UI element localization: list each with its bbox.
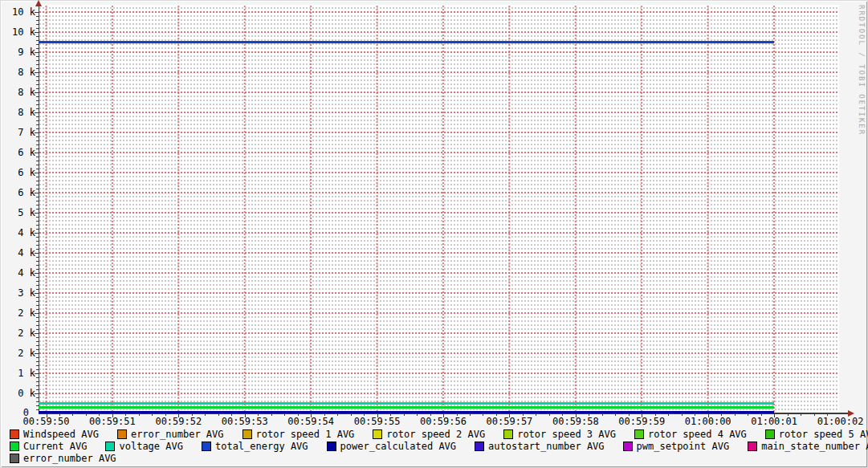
y-tick-mark xyxy=(36,24,39,25)
y-tick-mark xyxy=(36,297,39,298)
x-tick-mark xyxy=(721,413,722,416)
legend-item: autostart_number AVG xyxy=(475,441,605,452)
y-tick-mark xyxy=(36,389,39,390)
x-tick-label: 00:59:54 xyxy=(283,416,339,427)
y-tick-mark xyxy=(36,136,39,137)
y-tick-mark xyxy=(36,80,39,81)
legend-swatch xyxy=(623,442,633,451)
y-tick-mark xyxy=(36,60,39,61)
x-tick-mark xyxy=(589,413,589,416)
x-tick-mark xyxy=(112,413,113,417)
y-tick-mark xyxy=(36,329,39,330)
legend-swatch xyxy=(10,429,19,439)
rrdtool-watermark: RRDTOOL / TOBI OETIKER xyxy=(858,5,866,136)
y-tick-mark xyxy=(36,385,39,386)
x-tick-mark xyxy=(496,413,497,416)
y-axis-arrow-icon xyxy=(35,0,42,6)
y-tick-mark xyxy=(36,100,39,101)
y-tick-mark xyxy=(36,20,39,21)
plot-area xyxy=(39,5,839,413)
y-tick-label: 8 k xyxy=(0,87,35,98)
y-tick-mark xyxy=(36,325,39,326)
y-tick-mark xyxy=(36,229,39,230)
x-tick-mark xyxy=(682,413,683,416)
y-tick-mark xyxy=(36,68,39,69)
y-tick-label: 1 k xyxy=(0,368,35,379)
x-tick-label: 00:59:50 xyxy=(18,416,75,427)
y-tick-mark xyxy=(36,241,39,242)
x-tick-mark xyxy=(735,413,736,416)
y-tick-mark xyxy=(35,112,39,113)
x-tick-mark xyxy=(192,413,193,416)
y-tick-mark xyxy=(36,124,39,125)
y-tick-mark xyxy=(36,209,39,210)
y-tick-mark xyxy=(36,28,39,29)
x-tick-mark xyxy=(443,413,444,417)
legend-swatch xyxy=(373,429,382,439)
x-tick-mark xyxy=(258,413,259,416)
y-tick-label: 3 k xyxy=(0,287,35,299)
x-tick-mark xyxy=(668,413,669,416)
y-tick-label: 7 k xyxy=(0,127,35,138)
y-tick-mark xyxy=(36,140,39,141)
x-tick-mark xyxy=(404,413,405,416)
x-tick-mark xyxy=(99,413,100,416)
legend-label: Current AVG xyxy=(23,441,87,452)
y-tick-mark xyxy=(36,104,39,105)
y-tick-label: 0 k xyxy=(0,388,35,399)
y-tick-mark xyxy=(36,357,39,358)
y-tick-mark xyxy=(35,92,39,93)
y-tick-mark xyxy=(36,345,39,346)
x-tick-label: 00:59:58 xyxy=(548,416,604,427)
y-tick-mark xyxy=(36,337,39,338)
y-tick-mark xyxy=(36,185,39,185)
legend-label: voltage AVG xyxy=(119,441,182,452)
y-tick-mark xyxy=(35,233,39,234)
legend-swatch xyxy=(242,429,252,439)
y-tick-mark xyxy=(36,177,39,177)
rrdtool-graph: 10 k10 k9 k8 k8 k8 k7 k6 k6 k6 k5 k4 k4 … xyxy=(0,0,868,468)
x-tick-mark xyxy=(72,413,73,416)
x-tick-mark xyxy=(284,413,285,416)
legend-label: rotor speed 3 AVG xyxy=(517,429,616,440)
legend-row: Windspeed AVGerror_number AVGrotor speed… xyxy=(10,429,868,440)
x-tick-label: 01:00:01 xyxy=(746,416,802,427)
x-tick-mark xyxy=(430,413,431,416)
legend-item: pwm_setpoint AVG xyxy=(623,441,730,452)
series-line-current-avg xyxy=(39,406,774,409)
x-tick-mark xyxy=(642,413,642,417)
x-tick-mark xyxy=(245,413,246,417)
x-tick-label: 00:59:55 xyxy=(349,416,405,427)
y-tick-mark xyxy=(36,309,39,310)
x-tick-mark xyxy=(86,413,87,416)
legend-item: power_calculated AVG xyxy=(327,441,457,452)
y-tick-mark xyxy=(36,369,39,370)
y-tick-mark xyxy=(35,173,39,173)
x-tick-mark xyxy=(390,413,391,416)
y-tick-mark xyxy=(36,36,39,37)
y-tick-label: 8 k xyxy=(0,107,35,118)
y-tick-mark xyxy=(36,128,39,129)
x-tick-mark xyxy=(47,413,47,417)
y-tick-mark xyxy=(35,353,39,354)
y-tick-mark xyxy=(36,221,39,222)
y-tick-mark xyxy=(35,213,39,214)
x-tick-label: 00:59:56 xyxy=(415,416,471,427)
y-tick-mark xyxy=(36,197,39,197)
x-tick-mark xyxy=(125,413,126,416)
y-tick-mark xyxy=(36,84,39,85)
legend-swatch xyxy=(634,429,644,439)
y-tick-mark xyxy=(36,88,39,89)
x-tick-mark xyxy=(562,413,563,416)
x-tick-mark xyxy=(748,413,748,416)
x-tick-mark xyxy=(417,413,418,416)
y-tick-mark xyxy=(36,377,39,378)
x-tick-mark xyxy=(205,413,206,416)
y-tick-mark xyxy=(36,161,39,161)
y-tick-label: 4 k xyxy=(0,227,35,238)
legend-swatch xyxy=(327,442,336,451)
y-tick-mark xyxy=(36,269,39,270)
x-tick-mark xyxy=(602,413,603,416)
x-tick-mark xyxy=(470,413,471,416)
legend-item: rotor speed 2 AVG xyxy=(373,429,485,440)
